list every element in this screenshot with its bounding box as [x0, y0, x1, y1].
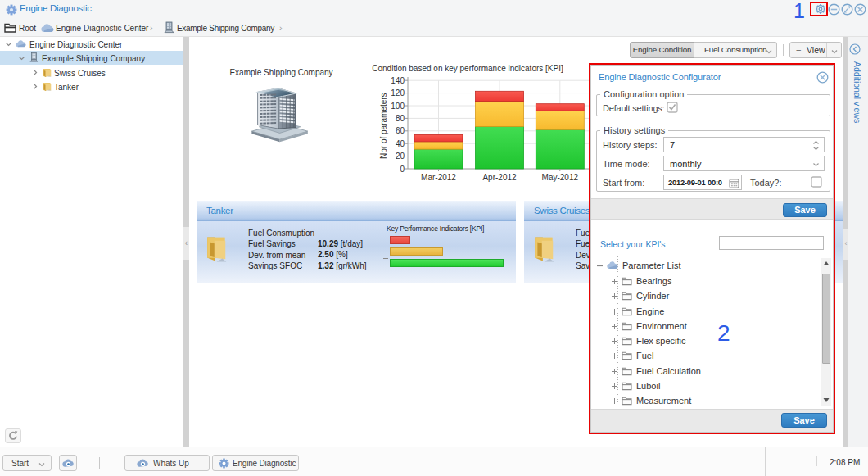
- svg-text:Nbr of parameters: Nbr of parameters: [379, 93, 388, 159]
- svg-text:Apr-2012: Apr-2012: [482, 173, 517, 182]
- svg-text:Mar-2012: Mar-2012: [421, 173, 456, 182]
- svg-text:0: 0: [400, 165, 405, 174]
- svg-text:60: 60: [396, 126, 405, 135]
- svg-text:140: 140: [391, 76, 405, 85]
- svg-text:120: 120: [391, 88, 405, 97]
- svg-text:40: 40: [396, 139, 405, 148]
- svg-text:20: 20: [396, 152, 405, 161]
- svg-text:100: 100: [391, 102, 405, 111]
- svg-text:May-2012: May-2012: [542, 173, 579, 182]
- svg-text:80: 80: [396, 114, 405, 123]
